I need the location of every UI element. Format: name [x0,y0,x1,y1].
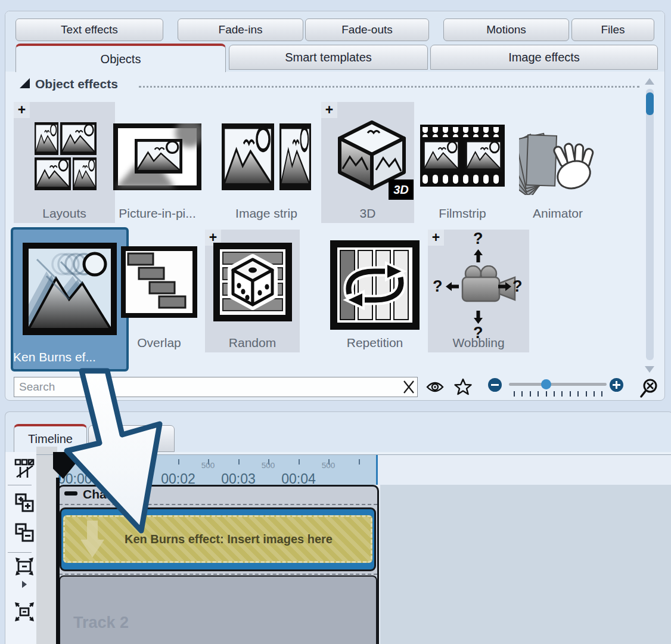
effect-tile-ken-burns-selected[interactable]: Ken Burns ef... [11,227,129,371]
eye-icon[interactable] [426,380,444,394]
chapter-collapse-button[interactable] [64,491,77,496]
effects-panel: Text effects Fade-ins Fade-outs Motions … [5,11,665,401]
expand-view-icon[interactable] [14,602,35,622]
tab-label: Text effects [61,23,118,36]
tab-label: Files [601,23,625,36]
ruler-tick [118,459,119,465]
tile-label: Picture-in-pi... [113,206,202,221]
tab-label: Smart templates [285,51,372,64]
collapse-triangle-icon[interactable] [20,78,30,88]
effect-tile-image-strip[interactable]: Image strip [222,102,311,223]
track-2-label: Track 2 [73,614,129,632]
tab-label: Fade-ins [219,23,263,36]
ruler-minor-label: 500 [322,461,336,470]
effect-tile-3d[interactable]: + 3D 3D [321,102,414,223]
toolbar-separator [8,552,32,553]
tile-label: Animator [513,206,602,221]
ruler-tick [238,459,240,465]
ruler-tick [178,459,179,465]
zoom-in-button[interactable] [610,378,623,392]
effect-tile-wobbling[interactable]: + ? ? ? ? Wobbling [428,230,529,352]
effect-tile-repetition[interactable]: Repetition [330,230,420,352]
collapse-all-tracks-icon[interactable] [14,522,35,543]
ruler-tick [359,459,360,465]
tab-label: Timeline [28,432,73,446]
playhead-line[interactable] [56,478,60,644]
ruler-minor-label: 500 [81,461,95,470]
ruler-tick [299,459,300,465]
tab-text-effects[interactable]: Text effects [15,18,163,41]
timeline-panel: Timeline [5,411,671,644]
repetition-icon [330,240,420,330]
tile-label: Filmstrip [418,206,507,221]
ruler-minor-label: 500 [141,461,155,470]
tab-motions[interactable]: Motions [443,18,569,41]
scrollbar-thumb[interactable] [646,92,654,115]
tile-label: Wobbling [428,336,529,350]
section-divider [139,86,639,88]
overlap-icon [121,246,197,318]
plus-badge-icon[interactable]: + [321,102,337,118]
effect-tile-random[interactable]: + [205,230,300,352]
tile-label: Repetition [330,336,420,350]
drop-zone[interactable]: Ken Burns effect: Insert images here [63,515,372,563]
zoom-out-button[interactable] [488,378,502,392]
plus-badge-icon[interactable]: + [14,102,30,118]
favorites-star-icon[interactable] [454,378,472,396]
question-glyph: ? [512,277,523,296]
random-dice-icon [213,243,292,321]
tab-label: Fade-outs [341,23,393,36]
tile-label: Overlap [114,336,204,350]
app-window: Text effects Fade-ins Fade-outs Motions … [0,0,671,644]
effect-tile-layouts[interactable]: + Layouts [14,102,115,223]
effect-tile-filmstrip[interactable]: Filmstrip [418,102,507,223]
search-input[interactable] [14,377,418,397]
timeline-content: 00:00 00:01 00:02 00:03 00:04 500 500 50… [5,452,671,644]
ruler-end-marker [376,455,378,485]
tab-label: Image effects [508,51,580,64]
ken-burns-clip[interactable]: Ken Burns effect: Insert images here [60,507,376,571]
ken-burns-icon [23,243,117,335]
tile-label: Image strip [222,206,311,221]
ruler-empty-area [377,455,671,485]
clear-search-icon[interactable] [401,379,417,395]
keyframe-tracks-icon[interactable] [14,459,35,479]
track-divider [59,574,377,575]
effect-tile-picture-in-picture[interactable]: Picture-in-pi... [113,102,202,223]
scrollbar-track[interactable] [646,89,654,360]
slider-ticks [514,391,603,397]
tab-image-effects[interactable]: Image effects [430,45,658,70]
tab-objects[interactable]: Objects [15,44,226,72]
tab-storyboard-hidden[interactable] [88,425,175,452]
scrollbar-down-icon[interactable] [645,366,654,373]
zoom-reset-icon[interactable] [639,378,658,398]
scrollbar-up-icon[interactable] [645,78,654,85]
timeline-toolbar [5,452,37,644]
animator-icon [519,120,597,195]
picture-in-picture-icon [113,123,201,190]
track-group-chapter: Cha Ken Burns effect: Insert images here… [57,485,379,644]
layouts-icon [35,121,97,193]
tile-label: Ken Burns ef... [13,350,126,364]
playhead-handle[interactable] [53,452,77,479]
shrink-view-icon[interactable] [14,556,35,577]
expand-all-tracks-icon[interactable] [14,493,35,513]
thumbnail-size-slider-track[interactable] [509,383,607,386]
image-strip-icon [222,123,311,190]
tab-fade-ins[interactable]: Fade-ins [178,18,303,41]
tile-label: Layouts [14,206,115,221]
arrow-right-icon [498,282,511,291]
time-ruler[interactable]: 00:00 00:01 00:02 00:03 00:04 500 500 50… [57,455,377,485]
track-2[interactable]: Track 2 [59,575,377,644]
plus-badge-icon[interactable]: + [428,230,444,246]
flyout-arrow-icon[interactable] [22,581,27,588]
tab-smart-templates[interactable]: Smart templates [229,45,428,70]
tab-fade-outs[interactable]: Fade-outs [305,18,429,41]
tab-label: Motions [486,23,526,36]
effect-tile-animator[interactable]: Animator [513,102,602,223]
thumbnail-size-slider-thumb[interactable] [541,379,551,389]
effect-tile-overlap[interactable]: Overlap [114,230,204,352]
section-title: Object effects [35,77,118,91]
tab-files[interactable]: Files [571,18,654,41]
drop-zone-text: Ken Burns effect: Insert images here [104,532,371,546]
